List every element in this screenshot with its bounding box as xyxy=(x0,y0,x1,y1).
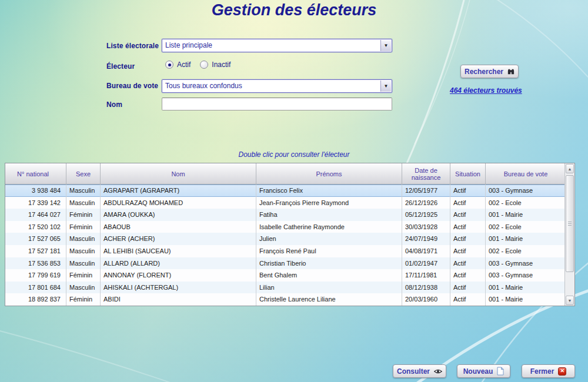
table-cell: 003 - Gymnase xyxy=(486,269,566,282)
chevron-down-icon[interactable]: ▼ xyxy=(380,40,391,51)
table-cell: 002 - Ecole xyxy=(486,197,566,209)
radio-actif-label: Actif xyxy=(177,61,191,69)
table-cell: 001 - Mairie xyxy=(486,209,566,221)
table-cell: 18 892 837 xyxy=(5,293,66,306)
table-cell: Féminin xyxy=(66,293,101,306)
table-cell: Christian Tiberio xyxy=(256,257,402,270)
table-cell: 20/03/1960 xyxy=(402,293,450,306)
table-cell: ANNONAY (FLORENT) xyxy=(101,269,256,282)
bureau-de-vote-value: Tous bureaux confondus xyxy=(165,82,242,90)
table-row[interactable]: 17 536 853MasculinALLARD (ALLARD)Christi… xyxy=(5,257,574,270)
table-cell: 04/08/1971 xyxy=(402,245,450,257)
table-row[interactable]: 17 799 619FémininANNONAY (FLORENT)Bent G… xyxy=(5,269,574,282)
scroll-up-icon[interactable]: ▲ xyxy=(566,164,574,173)
table-cell: Julien xyxy=(256,233,402,245)
table-cell: Christelle Laurence Liliane xyxy=(256,293,402,306)
table-cell: 002 - Ecole xyxy=(486,221,566,233)
radio-actif[interactable] xyxy=(165,61,173,69)
table-row[interactable]: 17 801 684MasculinAHISKALI (ACHTERGAL)Li… xyxy=(5,282,574,294)
table-cell: 17 527 181 xyxy=(5,245,66,257)
table-cell: Actif xyxy=(450,209,486,221)
table-row[interactable]: 3 938 484MasculinAGRAPART (AGRAPART)Fran… xyxy=(5,185,574,197)
table-row[interactable]: 18 892 837FémininABIDIChristelle Laurenc… xyxy=(5,293,574,306)
nom-input[interactable] xyxy=(162,98,392,110)
table-cell: Actif xyxy=(450,197,486,209)
table-body: 3 938 484MasculinAGRAPART (AGRAPART)Fran… xyxy=(5,185,574,306)
consulter-button[interactable]: Consulter xyxy=(393,364,446,378)
table-cell: 17/11/1981 xyxy=(402,269,450,282)
table-header-row: N° national Sexe Nom Prénoms Date de nai… xyxy=(5,163,574,185)
table-cell: ALLARD (ALLARD) xyxy=(101,257,256,270)
table-cell: Isabelle Catherine Raymonde xyxy=(256,221,402,233)
rechercher-button-label: Rechercher xyxy=(465,68,503,76)
table-cell: 17 464 027 xyxy=(5,209,66,221)
table-row[interactable]: 17 464 027FémininAMARA (OUKKA)Fatiha05/1… xyxy=(5,209,574,221)
table-cell: 05/12/1925 xyxy=(402,209,450,221)
table-cell: Masculin xyxy=(66,233,101,245)
liste-electorale-select[interactable]: Liste principale ▼ xyxy=(162,39,392,52)
table-cell: 17 801 684 xyxy=(5,282,66,294)
table-cell: Féminin xyxy=(66,269,101,282)
radio-inactif[interactable] xyxy=(200,61,208,69)
bureau-de-vote-select[interactable]: Tous bureaux confondus ▼ xyxy=(162,79,392,93)
table-row[interactable]: 17 520 102FémininABAOUBIsabelle Catherin… xyxy=(5,221,574,233)
table-cell: 17 536 853 xyxy=(5,257,66,270)
liste-electorale-value: Liste principale xyxy=(165,41,212,49)
table-cell: AMARA (OUKKA) xyxy=(101,209,256,221)
results-count-link[interactable]: 464 électeurs trouvés xyxy=(450,86,522,95)
scroll-down-icon[interactable]: ▼ xyxy=(566,296,574,305)
table-cell: Actif xyxy=(450,185,486,197)
column-header-sexe[interactable]: Sexe xyxy=(66,163,101,185)
column-header-situation[interactable]: Situation xyxy=(450,163,486,185)
table-cell: 24/07/1949 xyxy=(402,233,450,245)
table-cell: AGRAPART (AGRAPART) xyxy=(101,185,256,197)
fermer-button[interactable]: Fermer ✕ xyxy=(522,364,575,378)
rechercher-button[interactable]: Rechercher xyxy=(460,65,519,78)
radio-inactif-label: Inactif xyxy=(212,61,230,69)
nom-label: Nom xyxy=(106,100,122,109)
table-cell: AHISKALI (ACHTERGAL) xyxy=(101,282,256,294)
column-header-numero-national[interactable]: N° national xyxy=(5,163,66,185)
table-cell: Masculin xyxy=(66,245,101,257)
table-row[interactable]: 17 339 142MasculinABDULRAZAQ MOHAMEDJean… xyxy=(5,197,574,209)
nouveau-button[interactable]: Nouveau xyxy=(457,364,510,378)
table-cell: 17 799 619 xyxy=(5,269,66,282)
page-title: Gestion des électeurs xyxy=(0,1,588,19)
table-cell: ABDULRAZAQ MOHAMED xyxy=(101,197,256,209)
table-cell: 001 - Mairie xyxy=(486,233,566,245)
column-header-bureau-vote[interactable]: Bureau de vote xyxy=(486,163,566,185)
column-header-prenoms[interactable]: Prénoms xyxy=(256,163,402,185)
scrollbar-thumb[interactable] xyxy=(566,175,574,272)
table-cell: ABAOUB xyxy=(101,221,256,233)
table-cell: Féminin xyxy=(66,209,101,221)
table-cell: ABIDI xyxy=(101,293,256,306)
table-cell: 17 527 065 xyxy=(5,233,66,245)
table-cell: François René Paul xyxy=(256,245,402,257)
table-row[interactable]: 17 527 065MasculinACHER (ACHER)Julien24/… xyxy=(5,233,574,245)
table-cell: Francisco Felix xyxy=(256,185,402,197)
table-cell: 17 339 142 xyxy=(5,197,66,209)
table-cell: Masculin xyxy=(66,257,101,270)
table-cell: Bent Ghalem xyxy=(256,269,402,282)
close-icon: ✕ xyxy=(558,367,566,376)
table-cell: Masculin xyxy=(66,197,101,209)
double-click-hint: Double clic pour consulter l'électeur xyxy=(0,150,588,159)
table-cell: Actif xyxy=(450,257,486,270)
vertical-scrollbar[interactable]: ▲ ▼ xyxy=(564,163,574,306)
table-cell: Masculin xyxy=(66,185,101,197)
table-row[interactable]: 17 527 181MasculinAL LEHIBI (SAUCEAU)Fra… xyxy=(5,245,574,257)
table-cell: 001 - Mairie xyxy=(486,282,566,294)
table-cell: 003 - Gymnase xyxy=(486,185,566,197)
table-cell: Jean-François Pierre Raymond xyxy=(256,197,402,209)
table-cell: Lilian xyxy=(256,282,402,294)
new-document-icon xyxy=(497,367,504,376)
column-header-date-naissance[interactable]: Date de naissance xyxy=(402,163,450,185)
table-cell: Actif xyxy=(450,293,486,306)
gestion-des-electeurs-window: Gestion des électeurs Liste électorale É… xyxy=(0,0,588,382)
chevron-down-icon[interactable]: ▼ xyxy=(380,81,391,92)
fermer-button-label: Fermer xyxy=(530,367,554,376)
table-cell: Masculin xyxy=(66,282,101,294)
table-cell: Féminin xyxy=(66,221,101,233)
column-header-nom[interactable]: Nom xyxy=(101,163,256,185)
table-cell: 001 - Mairie xyxy=(486,293,566,306)
